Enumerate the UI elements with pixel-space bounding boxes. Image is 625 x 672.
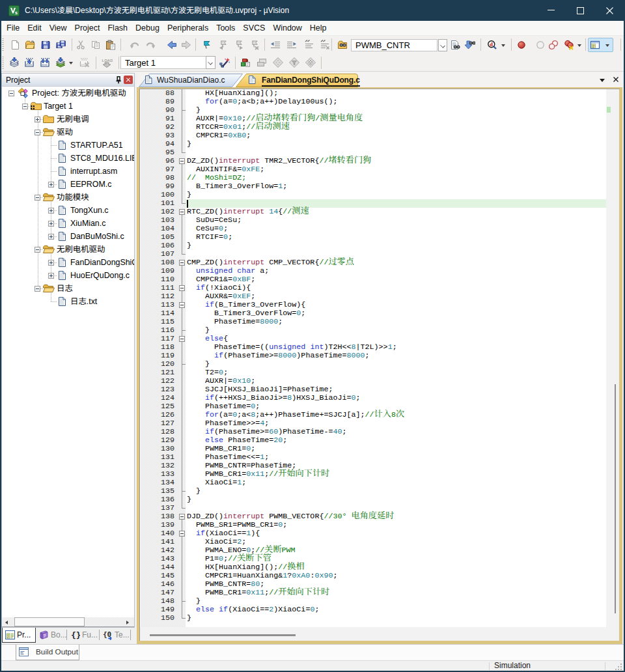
- tree-collapse-icon[interactable]: [8, 91, 14, 96]
- code-editor[interactable]: 8889909192939495969798991001011021031041…: [140, 89, 619, 641]
- save-button[interactable]: [40, 40, 51, 50]
- indent-button[interactable]: [286, 40, 297, 50]
- tab-fandiandongshiqudong[interactable]: FanDianDongShiQuDong.c: [262, 73, 360, 87]
- dropdown-arrow[interactable]: [605, 40, 610, 50]
- unindent-button[interactable]: [270, 40, 281, 50]
- uncomment-button[interactable]: [320, 40, 330, 50]
- tree-item-stc8-mdu16-lib[interactable]: STC8_MDU16.LIB: [2, 152, 134, 165]
- tree-expand-icon[interactable]: [48, 182, 54, 188]
- menu-peripherals[interactable]: Peripherals: [163, 21, 212, 36]
- menu-window[interactable]: Window: [269, 21, 305, 36]
- tree-expand-icon[interactable]: [48, 208, 54, 214]
- enable-breakpoint-button[interactable]: [535, 40, 546, 50]
- dropdown-arrow[interactable]: [68, 57, 74, 68]
- tab-list-dropdown[interactable]: [598, 72, 607, 87]
- disable-all-breakpoints-button[interactable]: [548, 40, 559, 50]
- copy-button[interactable]: [90, 40, 101, 50]
- tab-wushuadiandiao[interactable]: WuShuaDianDiao.c: [157, 72, 225, 87]
- batch-build-button[interactable]: [55, 57, 66, 68]
- target-select-combo[interactable]: Target 1: [120, 56, 206, 69]
- menu-svcs[interactable]: SVCS: [239, 21, 269, 36]
- download-button[interactable]: LOAD: [102, 57, 112, 68]
- tree-expand-icon[interactable]: [48, 260, 54, 266]
- panel-tab-pr[interactable]: Pr...: [2, 628, 36, 643]
- kill-all-breakpoints-button[interactable]: [564, 40, 574, 50]
- fold-collapse-box[interactable]: [176, 301, 186, 309]
- previous-bookmark-button[interactable]: [218, 40, 229, 50]
- menu-tools[interactable]: Tools: [212, 21, 239, 36]
- tree-item--[interactable]: 功能模块: [2, 191, 134, 204]
- start-debug-button[interactable]: d: [487, 40, 497, 50]
- paste-button[interactable]: [105, 40, 116, 50]
- find-combo-dropdown[interactable]: [438, 39, 447, 51]
- project-panel-close-button[interactable]: [124, 76, 133, 84]
- panel-tab-bo[interactable]: ?Bo...: [36, 628, 65, 643]
- tree-item--[interactable]: 无刷电机驱动: [2, 243, 134, 256]
- dropdown-arrow[interactable]: [501, 40, 506, 50]
- clear-bookmarks-button[interactable]: [249, 40, 260, 50]
- fold-collapse-box[interactable]: [176, 284, 186, 292]
- window-layout-icon[interactable]: [590, 40, 600, 50]
- build-button[interactable]: [24, 57, 35, 68]
- menu-flash[interactable]: Flash: [104, 21, 132, 36]
- fold-collapse-box[interactable]: [176, 335, 186, 343]
- code-area[interactable]: HX[HuanXiang](); for(a=0;a<b;a++)Delay10…: [186, 89, 606, 627]
- select-packs-button[interactable]: [305, 57, 316, 68]
- translate-button[interactable]: [9, 57, 20, 68]
- tree-item-danbumoshi-c[interactable]: DanBuMoShi.c: [2, 230, 134, 243]
- minimize-button[interactable]: [536, 0, 566, 21]
- tree-item-huoerqudong-c[interactable]: HuoErQuDong.c: [2, 269, 134, 282]
- pack-installer-button[interactable]: [273, 57, 283, 68]
- menu-help[interactable]: Help: [306, 21, 331, 36]
- panel-tab-fu[interactable]: {}Fu...: [68, 628, 98, 643]
- scroll-right-button[interactable]: [123, 617, 133, 626]
- pin-icon[interactable]: [114, 76, 123, 85]
- navigate-forward-button[interactable]: [181, 40, 191, 50]
- menu-debug[interactable]: Debug: [132, 21, 163, 36]
- find-button[interactable]: [450, 40, 460, 50]
- tree-collapse-icon[interactable]: [22, 104, 28, 109]
- fold-collapse-box[interactable]: [176, 157, 186, 165]
- runtime-environment-button[interactable]: [289, 57, 299, 68]
- menu-edit[interactable]: Edit: [23, 21, 46, 36]
- tree-collapse-icon[interactable]: [35, 195, 40, 201]
- tree-item--[interactable]: 驱动: [2, 126, 134, 139]
- target-options-button[interactable]: [219, 57, 230, 68]
- rebuild-button[interactable]: [40, 57, 50, 68]
- save-all-button[interactable]: [55, 40, 66, 50]
- tree-expand-icon[interactable]: [48, 221, 54, 227]
- tree-item-startup-a51[interactable]: STARTUP.A51: [2, 139, 134, 152]
- incremental-find-button[interactable]: [465, 40, 475, 50]
- menu-view[interactable]: View: [46, 21, 71, 36]
- redo-button[interactable]: [145, 40, 156, 50]
- find-combo[interactable]: PWMB_CNTR: [351, 39, 438, 51]
- open-file-button[interactable]: [25, 40, 35, 50]
- maximize-button[interactable]: [566, 0, 595, 21]
- dropdown-arrow[interactable]: [577, 40, 582, 50]
- editor-vertical-scrollbar[interactable]: [606, 89, 619, 627]
- tree-item-target-1[interactable]: Target 1: [2, 100, 134, 113]
- menu-project[interactable]: Project: [71, 21, 104, 36]
- tree-item-tongxun-c[interactable]: TongXun.c: [2, 204, 134, 217]
- tree-item--[interactable]: 无刷电调: [2, 113, 134, 126]
- tree-item-fandiandongshiqudong-c[interactable]: FanDianDongShiQuDong.c: [2, 256, 134, 269]
- build-output-tab[interactable]: Build Output: [16, 645, 79, 660]
- target-combo-dropdown[interactable]: [206, 56, 215, 69]
- tree-item-eeprom-c[interactable]: EEPROM.c: [2, 178, 134, 191]
- stop-build-button[interactable]: [79, 57, 90, 68]
- file-extensions-button[interactable]: [257, 57, 267, 68]
- find-in-files-button[interactable]: [337, 40, 348, 50]
- next-bookmark-button[interactable]: [234, 40, 244, 50]
- toolbar-grip[interactable]: [2, 38, 4, 51]
- navigate-back-button[interactable]: [167, 40, 177, 50]
- project-horizontal-scrollbar[interactable]: [2, 617, 134, 627]
- undo-button[interactable]: [130, 40, 140, 50]
- manage-project-items-button[interactable]: [240, 57, 251, 68]
- close-button[interactable]: [595, 0, 624, 21]
- tree-expand-icon[interactable]: [48, 273, 54, 279]
- scrollbar-thumb[interactable]: [615, 384, 616, 613]
- cut-button[interactable]: [76, 40, 86, 50]
- scrollbar-thumb[interactable]: [150, 634, 296, 636]
- editor-horizontal-scrollbar[interactable]: [140, 627, 619, 641]
- menu-file[interactable]: File: [3, 21, 23, 36]
